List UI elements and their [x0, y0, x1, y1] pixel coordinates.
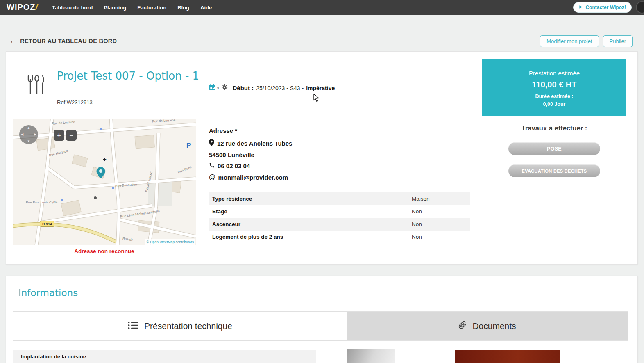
parking-icon: P [186, 142, 191, 150]
nav-item-facturation[interactable]: Facturation [137, 5, 166, 11]
tab-documents[interactable]: Documents [347, 312, 628, 340]
informations-title: Informations [18, 288, 78, 298]
map-location-marker-icon [96, 167, 105, 180]
back-to-dashboard-label: RETOUR AU TABLEAU DE BORD [20, 38, 117, 44]
list-icon [128, 321, 138, 331]
church-cross-icon: + [103, 155, 107, 162]
poi-square-icon [112, 187, 114, 189]
table-row: Type résidence Maison [209, 192, 470, 205]
detail-value: Non [412, 221, 422, 227]
poi-square-icon [100, 128, 102, 130]
map-pan-control[interactable]: ▲ ▼ ◀ ▶ [19, 125, 38, 144]
modify-project-button[interactable]: Modifier mon projet [540, 35, 599, 47]
contact-wipoz-button[interactable]: Contacter Wipoz! [573, 2, 632, 13]
address-city: 54500 Lunéville [209, 151, 254, 158]
page: WIPOZ/ Tableau de bord Planning Facturat… [0, 0, 644, 363]
address-heading: Adresse * [209, 127, 292, 134]
project-start-row: ▾ Début : 25/10/2023 - S43 - Impérative [209, 84, 335, 92]
pan-left-icon[interactable]: ◀ [21, 132, 23, 136]
section-row-implantation[interactable]: Implantation de la cuisine [13, 350, 316, 363]
logo-text: WIPOZ [7, 2, 36, 11]
contact-wipoz-label: Contacter Wipoz! [585, 5, 626, 10]
estimate-title: Prestation estimée [529, 70, 580, 77]
document-thumbnail[interactable] [347, 349, 395, 363]
calendar-icon[interactable] [209, 84, 215, 92]
tab-documents-label: Documents [472, 321, 516, 331]
road-ref-badge: D 914 [40, 221, 54, 227]
table-row: Ascenceur Non [209, 218, 470, 231]
nav-item-aide[interactable]: Aide [200, 5, 212, 11]
paperclip-icon [458, 320, 467, 332]
pan-down-icon[interactable]: ▼ [27, 139, 30, 143]
table-row: Etage Non [209, 205, 470, 218]
calendar-dropdown-caret-icon[interactable]: ▾ [217, 86, 219, 90]
map-zoom-in-button[interactable]: + [54, 130, 64, 141]
address-street: 12 rue des Anciens Tubes [217, 140, 292, 147]
nav-item-blog[interactable]: Blog [177, 5, 189, 11]
works-heading: Travaux à effectuer : [482, 124, 626, 132]
tab-presentation-technique[interactable]: Présentation technique [13, 312, 347, 340]
avatar[interactable] [636, 1, 644, 14]
at-icon: @ [209, 174, 215, 181]
wipoz-logo[interactable]: WIPOZ/ [7, 2, 38, 12]
back-to-dashboard-link[interactable]: ← RETOUR AU TABLEAU DE BORD [10, 37, 117, 45]
project-title: Projet Test 007 - Option - 1 [57, 69, 217, 83]
project-reference: Ref.W2312913 [57, 99, 93, 105]
nav-menu: Tableau de bord Planning Facturation Blo… [52, 0, 212, 15]
detail-label: Ascenceur [212, 221, 412, 227]
project-card: Projet Test 007 - Option - 1 Ref.W231291… [6, 51, 638, 265]
start-date-label: Début : [233, 84, 254, 91]
nav-item-planning[interactable]: Planning [104, 5, 126, 11]
detail-value: Non [412, 234, 422, 240]
informations-tabs: Présentation technique Documents [13, 311, 628, 341]
start-date-flag: Impérative [306, 85, 335, 91]
poi-square-icon [61, 199, 63, 201]
email-line: @ monmail@provider.com [209, 174, 292, 181]
pan-right-icon[interactable]: ▶ [34, 132, 36, 136]
logo-slash: / [36, 2, 39, 11]
address-street-line: 12 rue des Anciens Tubes [209, 139, 292, 147]
phone-number: 06 02 03 04 [218, 162, 250, 169]
location-pin-icon [209, 139, 214, 147]
detail-value: Maison [412, 196, 430, 202]
map-zoom-out-button[interactable]: − [66, 130, 77, 141]
address-error-message: Adresse non reconnue [13, 248, 196, 254]
work-tag-evacuation[interactable]: ÉVACUATION DES DÉCHETS [508, 164, 600, 177]
back-arrow-icon: ← [10, 37, 16, 45]
informations-card: Informations Présentation technique [6, 276, 638, 363]
address-city-line: 54500 Lunéville [209, 151, 292, 158]
estimate-duration-value: 0,00 Jour [543, 101, 566, 107]
document-thumbnail[interactable] [455, 350, 560, 363]
detail-label: Etage [212, 208, 412, 215]
map-attribution[interactable]: © OpenStreetMap contributors [145, 239, 195, 245]
tab-presentation-label: Présentation technique [144, 321, 232, 331]
detail-label: Type résidence [212, 196, 412, 202]
kitchen-cutlery-icon [24, 74, 46, 97]
project-actions: Modifier mon projet Publier [540, 35, 633, 47]
address-block: Adresse * 12 rue des Anciens Tubes 54500… [209, 127, 292, 185]
pan-up-icon[interactable]: ▲ [27, 126, 30, 130]
detail-value: Non [412, 208, 422, 215]
residence-details-table: Type résidence Maison Etage Non Ascenceu… [209, 192, 470, 243]
detail-label: Logement de plus de 2 ans [212, 234, 412, 240]
gear-icon[interactable] [222, 84, 228, 92]
estimate-duration-label: Durée estimée : [535, 94, 573, 99]
nav-item-tableau-de-bord[interactable]: Tableau de bord [52, 5, 93, 11]
send-arrow-icon [579, 5, 583, 10]
map-street-label: Rue Paul-Louis Cyfflé [26, 201, 57, 204]
work-tag-pose[interactable]: POSE [508, 142, 600, 155]
navbar: WIPOZ/ Tableau de bord Planning Facturat… [0, 0, 644, 15]
estimate-card: Prestation estimée 110,00 € HT Durée est… [482, 59, 626, 116]
phone-icon [209, 162, 215, 169]
estimate-amount: 110,00 € HT [532, 80, 577, 89]
email-address: monmail@provider.com [218, 174, 288, 181]
publish-button[interactable]: Publier [603, 35, 633, 47]
poi-dot-icon [94, 196, 97, 199]
phone-line: 06 02 03 04 [209, 162, 292, 169]
start-date-value: 25/10/2023 - S43 - [256, 85, 304, 91]
map[interactable]: Rue de Lorraine Rue de Lorraine Rue Harg… [13, 119, 196, 245]
table-row: Logement de plus de 2 ans Non [209, 231, 470, 243]
